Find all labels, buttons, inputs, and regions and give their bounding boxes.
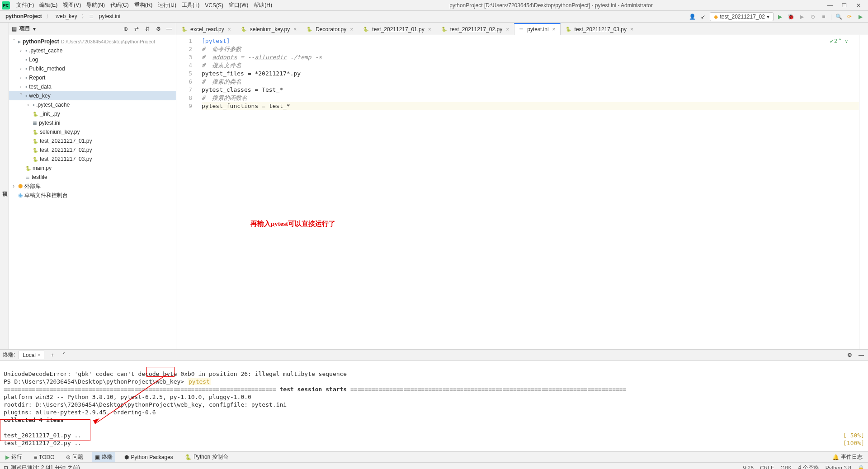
tree-testfile[interactable]: ≣testfile (9, 173, 176, 182)
tree-t03[interactable]: 🐍test_20211217_03.py (9, 155, 176, 164)
status-position[interactable]: 9:26 (743, 465, 754, 469)
profile-icon[interactable]: ⊙ (809, 13, 817, 21)
ide-update-icon[interactable]: ▶ (856, 13, 864, 21)
status-square-icon[interactable]: ⊡ (4, 465, 8, 469)
breadcrumb-file[interactable]: pytest.ini (97, 13, 122, 19)
tree-ini[interactable]: ≣pytest.ini (9, 118, 176, 127)
menu-window[interactable]: 窗口(W) (226, 0, 251, 10)
inspection-indicator[interactable]: ✔ 2 ^ ∨ (830, 37, 848, 45)
project-view-icon[interactable]: ▤ (12, 26, 17, 32)
close-icon[interactable]: ✕ (856, 2, 863, 9)
gear-icon[interactable]: ⚙ (154, 25, 162, 33)
search-icon[interactable]: 🔍 (835, 13, 843, 21)
terminal-output[interactable]: UnicodeDecodeError: 'gbk' codec can't de… (0, 361, 868, 451)
status-bar: ⊡ 测试已通过: 2 (41 分钟 之前) 9:26 CRLF GBK 4 个空… (0, 462, 868, 469)
status-interpreter[interactable]: Python 3.8 (826, 465, 851, 469)
run-icon[interactable]: ▶ (776, 13, 784, 21)
breadcrumb-root[interactable]: pythonProject (4, 13, 44, 19)
collapse-icon[interactable]: ⇵ (143, 25, 151, 33)
status-encoding[interactable]: GBK (780, 465, 792, 469)
locate-icon[interactable]: ⊕ (122, 25, 130, 33)
tree-wk-cache[interactable]: ›▪.pytest_cache (9, 100, 176, 109)
close-icon[interactable]: × (228, 26, 231, 33)
bottom-toolbar: ▶运行 ≡TODO ⊘问题 ▣终端 ⬢Python Packages 🐍Pyth… (0, 451, 868, 462)
tw-packages[interactable]: ⬢Python Packages (122, 453, 175, 461)
menu-nav[interactable]: 导航(N) (84, 0, 108, 10)
tree-main[interactable]: 🐍main.py (9, 164, 176, 173)
status-tests: 测试已通过: 2 (41 分钟 之前) (11, 464, 80, 469)
editor-tabs: 🐍excel_read.py× 🐍selenium_key.py× 🐍Decor… (176, 23, 868, 35)
menu-refactor[interactable]: 重构(R) (132, 0, 156, 10)
tab-excel[interactable]: 🐍excel_read.py× (176, 23, 236, 35)
tree-project-root[interactable]: ˅▸pythonProjectD:\Users\72036454\Desktop… (9, 37, 176, 46)
window-title: pythonProject [D:\Users\72036454\Desktop… (275, 2, 827, 9)
status-indent[interactable]: 4 个空格 (798, 464, 819, 469)
menu-code[interactable]: 代码(C) (108, 0, 132, 10)
tree-log[interactable]: ▪Log (9, 55, 176, 64)
tw-todo[interactable]: ≡TODO (31, 453, 57, 461)
tree-pytest-cache[interactable]: ›▪.pytest_cache (9, 46, 176, 55)
hide-icon[interactable]: — (165, 25, 173, 33)
menu-run[interactable]: 运行(U) (155, 0, 179, 10)
gear-icon[interactable]: ⚙ (845, 351, 854, 359)
breadcrumb-folder[interactable]: web_key (54, 13, 79, 19)
add-config-icon[interactable]: ↙ (699, 13, 707, 21)
maximize-icon[interactable]: ❐ (842, 2, 848, 9)
close-icon[interactable]: × (293, 26, 297, 33)
menu-vcs[interactable]: VCS(S) (202, 1, 226, 9)
tw-events[interactable]: 🔔事件日志 (830, 452, 865, 462)
menu-view[interactable]: 视图(V) (60, 0, 84, 10)
svg-marker-1 (93, 418, 99, 424)
stop-icon[interactable]: ■ (820, 13, 828, 21)
tree-t01[interactable]: 🐍test_20211217_01.py (9, 136, 176, 145)
pycharm-icon: PC (2, 1, 10, 9)
tree-public[interactable]: ›▪Public_method (9, 64, 176, 73)
tree-t02[interactable]: 🐍test_20211217_02.py (9, 145, 176, 155)
tree-init[interactable]: 🐍_init_.py (9, 109, 176, 118)
tree-scratch[interactable]: ◉草稿文件和控制台 (9, 191, 176, 200)
tw-console[interactable]: 🐍Python 控制台 (182, 452, 231, 462)
tree-webkey[interactable]: ˅▪web_key (9, 91, 176, 100)
tw-run[interactable]: ▶运行 (3, 452, 25, 462)
tab-t02[interactable]: 🐍test_20211217_02.py× (436, 23, 514, 35)
editor-area: 🐍excel_read.py× 🐍selenium_key.py× 🐍Decor… (176, 23, 868, 349)
expand-icon[interactable]: ⇄ (132, 25, 141, 33)
tree-testdata[interactable]: ›▪test_data (9, 82, 176, 91)
lock-icon[interactable]: 🔒 (858, 465, 864, 469)
close-icon[interactable]: × (350, 26, 353, 33)
run-config-selector[interactable]: ◆test_20211217_02▾ (710, 12, 773, 21)
debug-icon[interactable]: 🐞 (787, 13, 795, 21)
tree-report[interactable]: ›▪Report (9, 73, 176, 82)
terminal-tab-local[interactable]: Local × (19, 351, 44, 359)
hide-icon[interactable]: — (857, 351, 865, 359)
project-tree[interactable]: ˅▸pythonProjectD:\Users\72036454\Desktop… (9, 35, 176, 349)
tab-t03[interactable]: 🐍test_20211217_03.py× (561, 23, 638, 35)
menu-file[interactable]: 文件(F) (14, 0, 37, 10)
minimize-icon[interactable]: — (827, 2, 834, 9)
tree-ext-lib[interactable]: ›⬢外部库 (9, 182, 176, 191)
close-icon[interactable]: × (428, 26, 431, 33)
tab-ini[interactable]: ≣pytest.ini× (514, 23, 560, 35)
new-terminal-icon[interactable]: + (48, 351, 56, 359)
user-icon[interactable]: 👤 (688, 13, 696, 21)
coverage-icon[interactable]: ▶ (798, 13, 806, 21)
tree-selenium[interactable]: 🐍selenium_key.py (9, 127, 176, 136)
tab-decorator[interactable]: 🐍Decorator.py× (302, 23, 358, 35)
editor-scrollbar[interactable] (859, 35, 868, 349)
menu-edit[interactable]: 编辑(E) (37, 0, 60, 10)
tab-t01[interactable]: 🐍test_20211217_01.py× (358, 23, 436, 35)
menu-tools[interactable]: 工具(T) (179, 0, 202, 10)
tw-terminal[interactable]: ▣终端 (92, 452, 115, 462)
code-editor[interactable]: 123456789 ✔ 2 ^ ∨ [pytest] # 命令行参数 # add… (176, 35, 868, 349)
terminal-options-icon[interactable]: ˅ (60, 351, 68, 359)
tab-selenium[interactable]: 🐍selenium_key.py× (236, 23, 302, 35)
status-line-sep[interactable]: CRLF (760, 465, 774, 469)
sync-icon[interactable]: ⟳ (845, 13, 854, 21)
annotation-text: 再输入pytest可以直接运行了 (250, 220, 335, 228)
close-icon[interactable]: × (630, 26, 633, 33)
tw-problems[interactable]: ⊘问题 (63, 452, 86, 462)
menu-help[interactable]: 帮助(H) (251, 0, 275, 10)
left-stripe[interactable]: 项目 (0, 23, 9, 349)
close-icon[interactable]: × (552, 26, 556, 33)
close-icon[interactable]: × (506, 26, 509, 33)
